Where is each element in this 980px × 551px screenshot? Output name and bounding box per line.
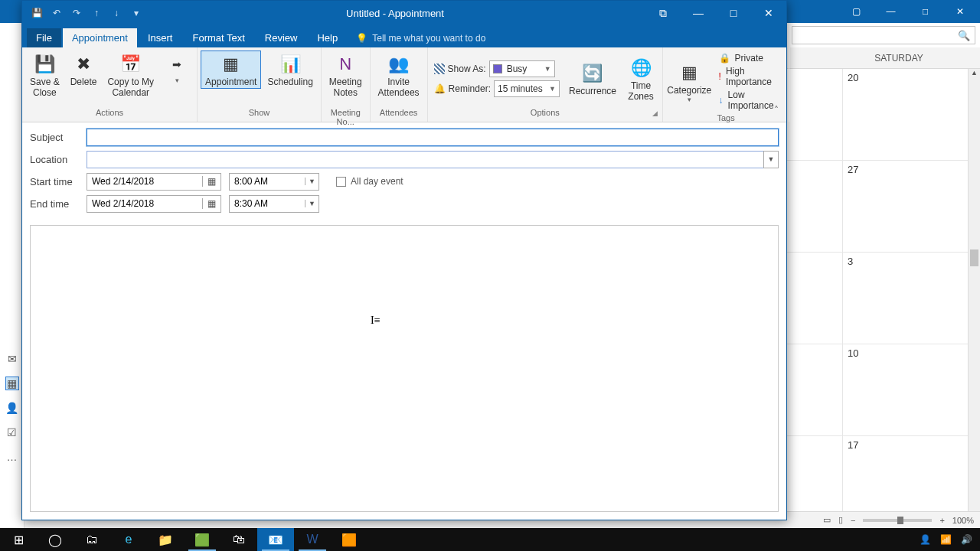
- view-normal-icon[interactable]: ▭: [823, 515, 831, 525]
- minimize-button[interactable]: —: [681, 1, 716, 25]
- start-date-value: Wed 2/14/2018: [87, 176, 202, 187]
- tasks-rail-icon[interactable]: ☑: [5, 425, 19, 439]
- ribbon-tabs: File Appointment Insert Format Text Revi…: [22, 25, 786, 47]
- save-close-button[interactable]: 💾Save & Close: [25, 51, 64, 99]
- main-minimize-button[interactable]: —: [874, 1, 908, 22]
- task-view-button[interactable]: 🗂: [74, 528, 110, 551]
- zoom-in-button[interactable]: +: [939, 516, 944, 525]
- appointment-body-editor[interactable]: I≡: [30, 225, 779, 512]
- appointment-view-button[interactable]: ▦Appointment: [201, 51, 261, 89]
- show-as-value: Busy: [507, 64, 528, 74]
- scroll-up-icon[interactable]: ▲: [969, 69, 980, 81]
- qat-down-icon[interactable]: ↓: [108, 5, 125, 21]
- location-dropdown-button[interactable]: ▼: [763, 151, 779, 168]
- start-button[interactable]: ⊞: [0, 528, 37, 551]
- day-cell[interactable]: 3: [842, 253, 980, 344]
- forward-button[interactable]: ➡▾: [160, 51, 194, 86]
- appointment-titlebar[interactable]: 💾 ↶ ↷ ↑ ↓ ▾ Untitled - Appointment ⧉ — □…: [22, 1, 786, 25]
- day-cell[interactable]: 27: [842, 161, 980, 252]
- appointment-window: 💾 ↶ ↷ ↑ ↓ ▾ Untitled - Appointment ⧉ — □…: [21, 0, 787, 520]
- day-cell[interactable]: 20: [842, 69, 980, 160]
- tab-file[interactable]: File: [27, 28, 61, 47]
- tell-me-input[interactable]: 💡 Tell me what you want to do: [348, 29, 493, 47]
- onenote-icon: N: [333, 52, 358, 77]
- app-taskbar-icon[interactable]: 🟩: [184, 528, 220, 551]
- store-taskbar-icon[interactable]: 🛍: [220, 528, 257, 551]
- qat-customize-icon[interactable]: ▾: [128, 5, 145, 21]
- qat-undo-icon[interactable]: ↶: [48, 5, 65, 21]
- network-tray-icon[interactable]: 📶: [940, 534, 952, 545]
- end-date-value: Wed 2/14/2018: [87, 198, 202, 209]
- more-rail-icon[interactable]: …: [5, 450, 19, 464]
- group-options: Show As: Busy ▼ 🔔 Reminder: 15 minutes ▼: [428, 47, 663, 122]
- show-as-combo[interactable]: Busy ▼: [489, 60, 555, 77]
- tab-help[interactable]: Help: [308, 28, 347, 47]
- recurrence-button[interactable]: 🔄Recurrence: [564, 60, 621, 98]
- app2-taskbar-icon[interactable]: 🟧: [331, 528, 368, 551]
- calendar-scrollbar[interactable]: ▲ ▼: [968, 69, 980, 528]
- high-importance-button[interactable]: !High Importance: [719, 66, 782, 87]
- calendar-picker-icon[interactable]: ▦: [202, 176, 220, 187]
- people-rail-icon[interactable]: 👤: [5, 401, 19, 415]
- people-tray-icon[interactable]: 👤: [920, 534, 931, 545]
- end-time-label: End time: [30, 198, 79, 210]
- quick-access-toolbar: 💾 ↶ ↷ ↑ ↓ ▾: [22, 5, 145, 21]
- system-tray: 👤 📶 🔊: [920, 534, 980, 545]
- categorize-button[interactable]: ▦Categorize▾: [666, 59, 713, 105]
- edge-taskbar-icon[interactable]: e: [110, 528, 147, 551]
- day-cell[interactable]: 10: [842, 344, 980, 435]
- show-as-icon: [434, 64, 445, 74]
- location-label: Location: [30, 154, 79, 165]
- collapse-ribbon-button[interactable]: ˄: [769, 105, 783, 119]
- calendar-search-input[interactable]: 🔍: [792, 26, 975, 44]
- caret-icon[interactable]: ▼: [305, 178, 318, 185]
- group-label-notes: Meeting No...: [325, 108, 367, 122]
- location-input[interactable]: [87, 151, 763, 168]
- cortana-button[interactable]: ◯: [37, 528, 74, 551]
- main-maximize-button[interactable]: □: [908, 1, 942, 22]
- scroll-thumb[interactable]: [970, 249, 978, 266]
- group-label-options: Options◢: [431, 108, 659, 122]
- volume-tray-icon[interactable]: 🔊: [961, 534, 972, 545]
- start-date-picker[interactable]: Wed 2/14/2018 ▦: [87, 173, 221, 191]
- calendar-rail-icon[interactable]: ▦: [5, 377, 19, 390]
- end-date-picker[interactable]: Wed 2/14/2018 ▦: [87, 195, 221, 213]
- start-time-label: Start time: [30, 176, 79, 187]
- explorer-taskbar-icon[interactable]: 📁: [147, 528, 184, 551]
- caret-icon[interactable]: ▼: [305, 200, 318, 207]
- tab-review[interactable]: Review: [256, 28, 307, 47]
- calendar-picker-icon[interactable]: ▦: [202, 198, 220, 209]
- view-reading-icon[interactable]: ▯: [838, 515, 843, 525]
- end-time-picker[interactable]: 8:30 AM ▼: [229, 195, 319, 213]
- window-title: Untitled - Appointment: [145, 8, 645, 19]
- copy-to-calendar-button[interactable]: 📅Copy to My Calendar: [103, 51, 158, 99]
- options-launcher-icon[interactable]: ◢: [652, 109, 658, 117]
- main-ribbon-options-icon[interactable]: ▢: [839, 1, 874, 22]
- qat-redo-icon[interactable]: ↷: [68, 5, 85, 21]
- zoom-out-button[interactable]: −: [851, 516, 855, 525]
- ribbon-display-options-button[interactable]: ⧉: [645, 1, 681, 25]
- mail-rail-icon[interactable]: ✉: [5, 352, 19, 366]
- scheduling-button[interactable]: 📊Scheduling: [263, 51, 317, 89]
- private-button[interactable]: 🔒Private: [719, 53, 782, 64]
- invite-attendees-icon: 👥: [387, 52, 411, 77]
- meeting-notes-button[interactable]: NMeeting Notes: [325, 51, 367, 99]
- start-time-picker[interactable]: 8:00 AM ▼: [229, 173, 319, 191]
- maximize-button[interactable]: □: [716, 1, 751, 25]
- close-button[interactable]: ✕: [751, 1, 786, 25]
- tab-insert[interactable]: Insert: [139, 28, 182, 47]
- main-close-button[interactable]: ✕: [942, 1, 977, 22]
- reminder-combo[interactable]: 15 minutes ▼: [494, 80, 560, 97]
- qat-save-icon[interactable]: 💾: [28, 5, 45, 21]
- subject-input[interactable]: [87, 129, 779, 146]
- invite-attendees-button[interactable]: 👥Invite Attendees: [374, 51, 424, 99]
- delete-button[interactable]: ✖Delete: [66, 51, 102, 89]
- all-day-checkbox[interactable]: All day event: [336, 176, 403, 187]
- group-label-tags: Tags: [666, 113, 786, 122]
- qat-up-icon[interactable]: ↑: [88, 5, 105, 21]
- tab-format-text[interactable]: Format Text: [183, 28, 253, 47]
- outlook-taskbar-icon[interactable]: 📧: [257, 528, 294, 551]
- word-taskbar-icon[interactable]: W: [294, 528, 331, 551]
- time-zones-button[interactable]: 🌐Time Zones: [622, 54, 659, 103]
- tab-appointment[interactable]: Appointment: [63, 28, 137, 47]
